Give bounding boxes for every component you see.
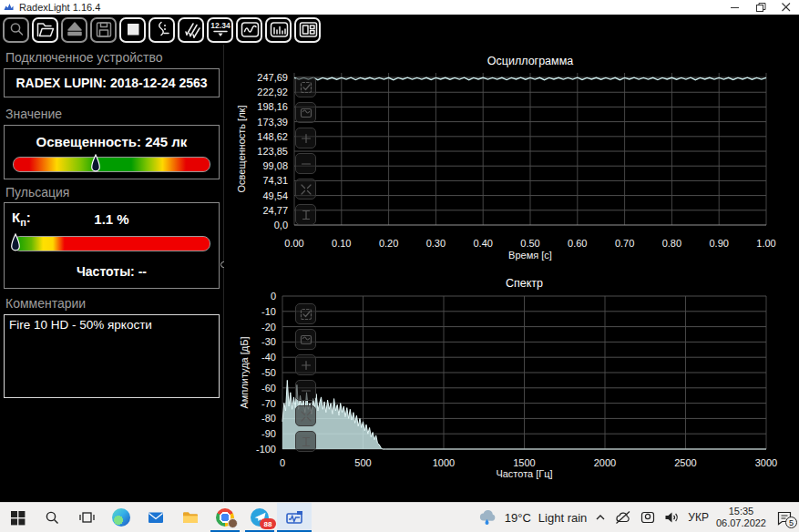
svg-text:-50: -50: [261, 367, 276, 378]
svg-text:173,39: 173,39: [257, 117, 288, 128]
svg-text:123,85: 123,85: [257, 146, 288, 157]
chart0-region-select-button[interactable]: [295, 77, 316, 97]
svg-text:Спектр: Спектр: [506, 277, 543, 290]
svg-text:500: 500: [354, 457, 371, 468]
pulsation-mode-button[interactable]: [149, 17, 175, 43]
notification-center-button[interactable]: 5: [773, 506, 795, 528]
frequencies-value: Частоты: --: [5, 264, 219, 279]
chrome-icon: [216, 508, 234, 527]
value-section-label: Значение: [5, 107, 62, 121]
edge-icon: [112, 508, 130, 527]
taskbar-mail-button[interactable]: [138, 503, 173, 532]
svg-text:0.80: 0.80: [662, 238, 681, 249]
device-box: RADEX LUPIN: 2018-12-24 2563: [4, 68, 220, 97]
svg-text:1.00: 1.00: [756, 238, 775, 249]
taskbar-chrome-button[interactable]: [208, 503, 242, 532]
svg-text:Амплитуда [дБ]: Амплитуда [дБ]: [239, 336, 250, 408]
illuminance-gauge: [13, 157, 210, 172]
weather-temperature[interactable]: 19°C: [505, 511, 531, 525]
restore-button[interactable]: [748, 0, 773, 15]
svg-text:-100: -100: [256, 444, 276, 455]
svg-text:-90: -90: [261, 428, 276, 439]
svg-text:24,77: 24,77: [262, 205, 288, 216]
chart0-zoom-out-button[interactable]: [295, 153, 316, 174]
notification-count-badge: 5: [785, 517, 797, 528]
telegram-icon: 88: [251, 508, 269, 527]
volume-icon[interactable]: [663, 510, 681, 525]
eject-button[interactable]: [61, 17, 87, 43]
chart1-fit-view-button[interactable]: [295, 329, 316, 350]
zoom-button[interactable]: [3, 17, 29, 43]
svg-text:0.30: 0.30: [426, 238, 446, 249]
chart0-zoom-in-button[interactable]: [295, 128, 316, 148]
svg-text:0: 0: [280, 457, 285, 468]
system-tray: 19°C Light rain УКР 15:35 06.07.2022 5: [477, 503, 799, 532]
svg-text:-30: -30: [261, 336, 276, 347]
stop-button[interactable]: [119, 17, 146, 43]
value-box: Освещенность: 245 лк: [4, 125, 220, 179]
svg-text:49,54: 49,54: [262, 190, 288, 201]
chart1-zoom-in-button[interactable]: [295, 354, 316, 375]
chart0-fit-view-button[interactable]: [295, 102, 316, 123]
start-button[interactable]: [0, 503, 35, 532]
svg-text:222,92: 222,92: [257, 87, 288, 97]
chart0-collapse-button[interactable]: [295, 179, 316, 200]
svg-text:2000: 2000: [594, 457, 616, 468]
tray-time: 15:35: [716, 506, 766, 517]
device-section-label: Подключенное устройство: [5, 50, 162, 65]
chart1-region-select-button[interactable]: [295, 303, 316, 324]
rays-mode-button[interactable]: [178, 17, 204, 43]
onedrive-icon[interactable]: [614, 510, 632, 525]
pulsation-marker-icon: [11, 233, 21, 259]
svg-text:-20: -20: [261, 322, 276, 332]
svg-text:Освещенность [лк]: Освещенность [лк]: [236, 106, 247, 193]
svg-text:0: 0: [271, 291, 276, 302]
taskbar-radexlight-button[interactable]: [277, 503, 312, 532]
comments-section-label: Комментарии: [5, 296, 86, 311]
telegram-badge: 88: [260, 518, 276, 529]
open-file-button[interactable]: [32, 17, 58, 43]
svg-text:0.00: 0.00: [284, 238, 303, 249]
svg-text:0,0: 0,0: [274, 220, 288, 230]
main-content: Подключенное устройство RADEX LUPIN: 201…: [0, 45, 799, 502]
taskbar-search-button[interactable]: [35, 503, 69, 532]
svg-text:12.34: 12.34: [210, 21, 230, 30]
kp-value: 1.1 %: [5, 211, 219, 227]
close-button[interactable]: [773, 0, 799, 15]
svg-text:0.10: 0.10: [332, 238, 351, 249]
pulsation-gauge: [13, 236, 210, 251]
weather-description[interactable]: Light rain: [538, 511, 587, 525]
svg-text:0.40: 0.40: [473, 238, 492, 249]
numeric-display-button[interactable]: 12.34: [207, 17, 233, 43]
minimize-button[interactable]: [722, 0, 748, 15]
chart1-collapse-button[interactable]: [295, 405, 316, 426]
pulsation-box: Кп: 1.1 % Частоты: --: [4, 202, 220, 289]
weather-icon[interactable]: [477, 508, 497, 527]
layout-view-button[interactable]: [294, 17, 321, 43]
toolbar: 12.34: [0, 15, 799, 45]
mail-icon: [147, 508, 165, 527]
chart1-zoom-out-button[interactable]: [295, 380, 316, 401]
oscillogram-view-button[interactable]: [236, 17, 262, 43]
meet-now-icon[interactable]: [640, 510, 656, 526]
chart1-axis-ruler-button[interactable]: [295, 431, 316, 452]
taskbar-edge-button[interactable]: [104, 503, 138, 532]
taskbar-telegram-button[interactable]: 88: [242, 503, 277, 532]
taskbar: 88 19°C Light rain УКР: [0, 502, 799, 532]
language-indicator[interactable]: УКР: [688, 511, 709, 524]
svg-text:74,31: 74,31: [262, 175, 288, 186]
svg-text:2500: 2500: [674, 457, 696, 468]
file-explorer-icon: [181, 508, 200, 527]
chart0-axis-ruler-button[interactable]: [295, 204, 316, 225]
spectrum-view-button[interactable]: [265, 17, 292, 43]
comments-input[interactable]: Fire 10 HD - 50% яркости: [4, 314, 220, 398]
tray-chevron-up-icon[interactable]: [594, 512, 607, 523]
clock[interactable]: 15:35 06.07.2022: [716, 506, 766, 529]
title-bar[interactable]: RadexLight 1.16.4: [0, 0, 799, 15]
device-name: RADEX LUPIN: 2018-12-24 2563: [15, 76, 207, 90]
taskbar-explorer-button[interactable]: [173, 503, 208, 532]
svg-text:-40: -40: [261, 352, 276, 363]
task-view-button[interactable]: [69, 503, 104, 532]
app-window: RadexLight 1.16.4 12.34 ? Подключенное у…: [0, 0, 799, 532]
save-button[interactable]: [90, 17, 117, 43]
